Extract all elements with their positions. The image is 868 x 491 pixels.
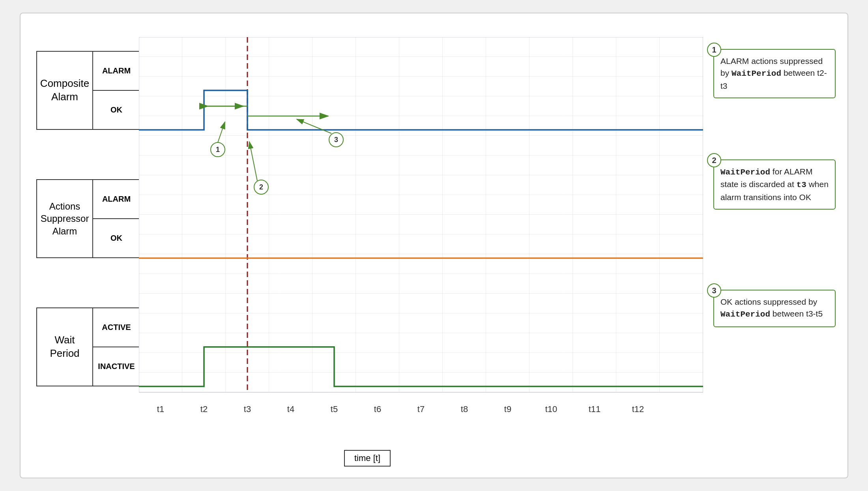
composite-alarm-states: ALARM OK [92, 52, 140, 129]
svg-text:1: 1 [216, 146, 220, 154]
wait-period-state-active: ACTIVE [93, 308, 140, 347]
composite-alarm-label: Composite Alarm ALARM OK [36, 51, 140, 130]
composite-alarm-main-label: Composite Alarm [37, 52, 92, 129]
wait-period-states: ACTIVE INACTIVE [92, 308, 140, 386]
annotation-2-text: WaitPeriod for ALARM state is discarded … [720, 167, 829, 202]
suppressor-alarm-states: ALARM OK [92, 180, 140, 257]
wait-period-state-inactive: INACTIVE [93, 347, 140, 386]
suppressor-alarm-state-alarm: ALARM [93, 180, 140, 219]
composite-alarm-state-ok: OK [93, 91, 140, 129]
suppressor-alarm-main-label: Actions Suppressor Alarm [37, 180, 92, 257]
composite-alarm-state-alarm: ALARM [93, 52, 140, 91]
wait-period-main-label: Wait Period [37, 308, 92, 386]
svg-text:t8: t8 [461, 404, 468, 414]
svg-text:t5: t5 [331, 404, 338, 414]
time-axis-label: time [t] [344, 450, 391, 467]
annotation-1-text: ALARM actions suppressed by WaitPeriod b… [720, 56, 827, 90]
wait-period-label: Wait Period ACTIVE INACTIVE [36, 307, 140, 386]
svg-text:t3: t3 [244, 404, 251, 414]
annotation-1-number: 1 [707, 43, 721, 57]
svg-text:t1: t1 [157, 404, 164, 414]
svg-text:t6: t6 [374, 404, 381, 414]
annotation-1: 1 ALARM actions suppressed by WaitPeriod… [713, 49, 836, 98]
svg-text:t7: t7 [417, 404, 425, 414]
svg-text:3: 3 [334, 136, 338, 144]
svg-text:t12: t12 [632, 404, 644, 414]
svg-text:2: 2 [259, 183, 263, 191]
chart-svg: 1 2 3 t1 t2 t3 t4 t5 t6 t7 t8 t9 t10 t11… [139, 37, 703, 432]
annotation-2-number: 2 [707, 153, 721, 167]
annotation-2: 2 WaitPeriod for ALARM state is discarde… [713, 159, 836, 210]
annotation-3-number: 3 [707, 283, 721, 298]
svg-text:t10: t10 [545, 404, 557, 414]
svg-text:t9: t9 [504, 404, 511, 414]
svg-text:t11: t11 [589, 404, 601, 414]
diagram-container: Composite Alarm ALARM OK Actions Suppres… [20, 13, 848, 478]
suppressor-alarm-state-ok: OK [93, 219, 140, 257]
svg-text:t2: t2 [200, 404, 208, 414]
annotation-3-text: OK actions suppressed by WaitPeriod betw… [720, 297, 823, 318]
annotation-3: 3 OK actions suppressed by WaitPeriod be… [713, 290, 836, 327]
suppressor-alarm-label: Actions Suppressor Alarm ALARM OK [36, 179, 140, 258]
svg-text:t4: t4 [287, 404, 294, 414]
